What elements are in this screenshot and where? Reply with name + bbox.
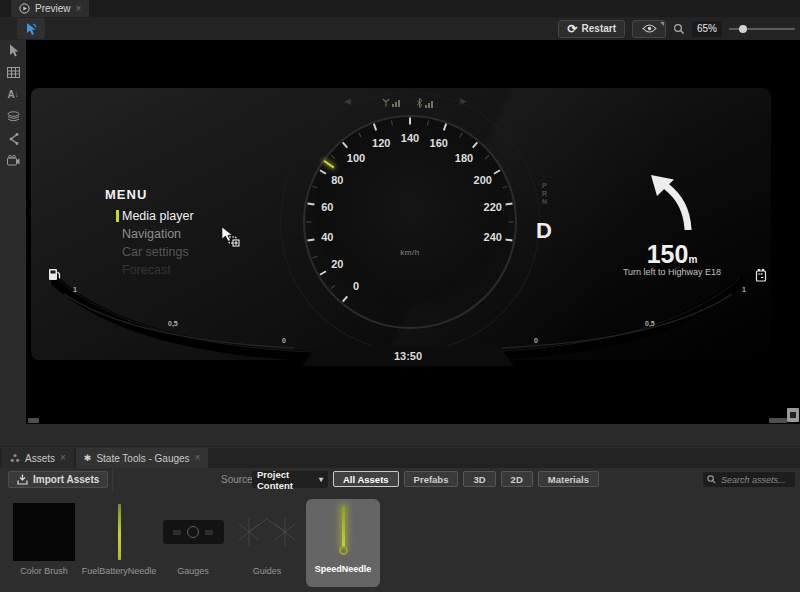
- asset-filter-group: All Assets Prefabs 3D 2D Materials: [333, 471, 599, 487]
- clock-panel: 13:50: [302, 346, 514, 366]
- chevron-down-icon: ▾: [319, 475, 323, 484]
- distance-unit: m: [688, 254, 697, 265]
- turn-left-arrow-icon: [638, 172, 704, 230]
- search-icon: [707, 475, 716, 484]
- asset-tile-guides[interactable]: Guides: [230, 501, 304, 585]
- menu-item-media-player[interactable]: Media player: [122, 209, 194, 223]
- assets-grid: Color Brush FuelBatteryNeedle Gauges: [0, 491, 800, 592]
- speed-scale-label: 140: [401, 132, 419, 144]
- select-tool-icon[interactable]: [3, 43, 23, 58]
- panel-tab-bar: Assets × ✱ State Tools - Gauges ×: [0, 448, 800, 468]
- fuel-half-label: 0,5: [168, 320, 178, 327]
- preview-tab-label: Preview: [35, 3, 71, 14]
- panel-spacer: [0, 424, 800, 447]
- play-icon: [19, 3, 30, 14]
- fuelbatteryneedle-thumbnail: [118, 504, 121, 560]
- source-dropdown[interactable]: Project Content ▾: [252, 471, 328, 488]
- pick-tool-button[interactable]: [17, 18, 45, 39]
- cursor-click-icon: [24, 22, 38, 36]
- import-assets-button[interactable]: Import Assets: [8, 471, 108, 488]
- menu-item-forecast[interactable]: Forecast: [122, 263, 171, 277]
- import-icon: [17, 474, 28, 485]
- horizontal-scrollbar-right-handle[interactable]: [769, 418, 787, 423]
- preview-viewport[interactable]: ◀ ▶ MENU Media player Navigation Car set…: [26, 40, 800, 424]
- layers-tool-icon[interactable]: [3, 109, 23, 124]
- scrollbar-corner-button[interactable]: [787, 408, 799, 422]
- filter-prefabs[interactable]: Prefabs: [404, 471, 459, 487]
- tab-assets[interactable]: Assets ×: [2, 448, 74, 468]
- fuel-empty-label: 0: [282, 337, 286, 344]
- battery-full-label: 1: [742, 286, 746, 293]
- toolbar-right-group: ⟳ Restart 65%: [558, 17, 795, 40]
- filter-2d[interactable]: 2D: [501, 471, 533, 487]
- filter-all-assets[interactable]: All Assets: [333, 471, 399, 487]
- source-dropdown-value: Project Content: [257, 469, 319, 491]
- zoom-magnifier-icon: [673, 23, 685, 35]
- fuel-pump-icon: [47, 267, 62, 282]
- preview-tab[interactable]: Preview ×: [11, 0, 89, 17]
- battery-icon: [755, 268, 767, 282]
- eye-icon: [642, 24, 657, 33]
- speed-tick: [427, 120, 429, 125]
- close-icon[interactable]: ×: [195, 453, 201, 463]
- speed-scale-label: 40: [321, 231, 333, 243]
- speed-scale-label: 240: [484, 231, 502, 243]
- branch-tool-icon[interactable]: [3, 131, 23, 146]
- grid-tool-icon[interactable]: [3, 65, 23, 80]
- source-label: Source: [221, 474, 253, 485]
- left-tool-sidebar: A↓: [0, 40, 26, 424]
- assets-tab-label: Assets: [25, 453, 55, 464]
- speedometer-dial: km/h 020406080100120140160180200220240: [302, 114, 518, 330]
- speed-scale-label: 160: [430, 137, 448, 149]
- menu-selection-bar: [116, 210, 119, 222]
- asset-tile-color-brush[interactable]: Color Brush: [7, 501, 81, 585]
- left-turn-signal-icon: ◀: [344, 96, 351, 106]
- restart-button[interactable]: ⟳ Restart: [558, 20, 625, 38]
- cluster-menu-title: MENU: [105, 187, 147, 202]
- asset-tile-speedneedle[interactable]: SpeedNeedle: [306, 499, 380, 587]
- gauges-thumbnail: [163, 520, 224, 544]
- tab-state-tools-gauges[interactable]: ✱ State Tools - Gauges ×: [76, 448, 209, 468]
- speedneedle-thumbnail: [339, 506, 348, 555]
- close-icon[interactable]: ×: [60, 453, 66, 463]
- speed-scale-label: 60: [321, 201, 333, 213]
- preview-toolbar: ⟳ Restart 65%: [0, 17, 800, 40]
- speed-tick: [307, 222, 312, 223]
- text-tool-icon[interactable]: A↓: [3, 87, 23, 102]
- guides-thumbnail: [237, 515, 297, 549]
- speed-scale-label: 20: [331, 258, 343, 270]
- filter-3d[interactable]: 3D: [463, 471, 495, 487]
- visibility-button[interactable]: [632, 20, 666, 38]
- color-brush-thumbnail: [13, 503, 75, 561]
- speed-tick: [509, 222, 514, 223]
- close-icon[interactable]: ×: [76, 4, 82, 14]
- restart-label: Restart: [582, 23, 616, 34]
- zoom-slider-handle[interactable]: [739, 25, 747, 33]
- import-assets-label: Import Assets: [33, 474, 99, 485]
- speedometer-ring: [303, 115, 517, 329]
- toolbar-divider: [112, 468, 113, 491]
- zoom-slider[interactable]: [729, 22, 795, 36]
- speed-scale-label: 220: [484, 201, 502, 213]
- speed-tick: [409, 118, 411, 125]
- current-gear-indicator: D: [536, 218, 552, 244]
- battery-empty-label: 0: [534, 337, 538, 344]
- state-tools-tab-label: State Tools - Gauges: [96, 453, 189, 464]
- assets-tab-icon: [10, 453, 20, 463]
- fuel-full-label: 1: [73, 286, 77, 293]
- speed-scale-label: 120: [372, 137, 390, 149]
- menu-item-navigation[interactable]: Navigation: [122, 227, 181, 241]
- speed-scale-label: 0: [353, 280, 359, 292]
- asset-search[interactable]: [703, 472, 795, 487]
- asset-tile-fuelbatteryneedle[interactable]: FuelBatteryNeedle: [82, 501, 156, 585]
- asset-label: Color Brush: [20, 566, 68, 576]
- distance-value: 150: [647, 240, 689, 268]
- camera-tool-icon[interactable]: [3, 153, 23, 168]
- menu-item-car-settings[interactable]: Car settings: [122, 245, 189, 259]
- gear-options: P R N: [542, 182, 547, 205]
- asset-tile-gauges[interactable]: Gauges: [156, 501, 230, 585]
- horizontal-scrollbar-left-handle[interactable]: [28, 418, 39, 423]
- zoom-level-value[interactable]: 65%: [692, 21, 722, 37]
- search-input[interactable]: [719, 474, 791, 486]
- filter-materials[interactable]: Materials: [538, 471, 599, 487]
